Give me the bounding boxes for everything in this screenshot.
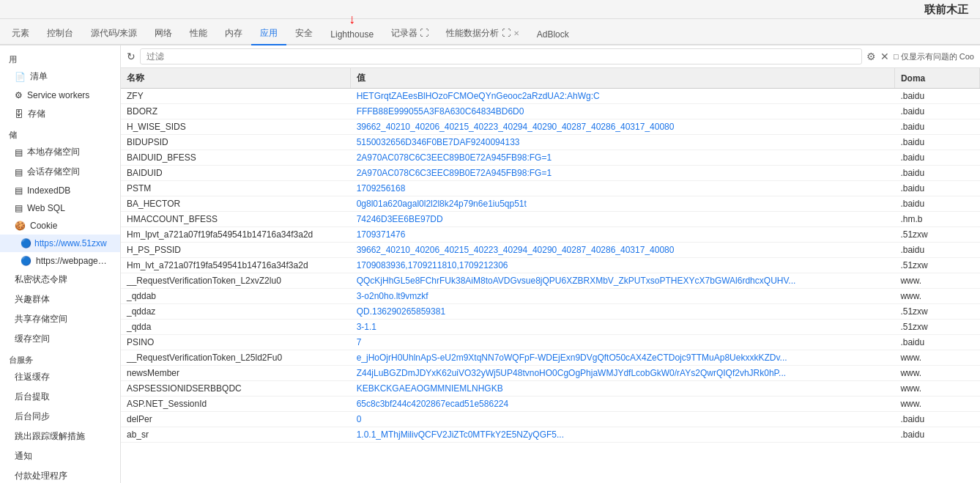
- cookie-domain-cell: .baidu: [894, 181, 979, 196]
- sidebar: 用 📄 清单 ⚙ Service workers 🗄 存储 储 ▤ 本地存储空间…: [0, 45, 121, 483]
- cookie-value-cell: 1709256168: [351, 181, 895, 196]
- filter-clear-icon[interactable]: ✕: [880, 51, 889, 62]
- sidebar-item-local-storage[interactable]: ▤ 本地存储空间: [0, 142, 120, 162]
- cookie-value-cell: Z44jLuBGZDmJDYxK62uiVO32yWj5UP48tvnoHO0C…: [351, 366, 895, 381]
- cookie-name-cell: ab_sr: [121, 427, 351, 443]
- sidebar-item-payment[interactable]: 付款处理程序: [0, 466, 120, 483]
- sidebar-item-notifications[interactable]: 通知: [0, 446, 120, 466]
- cookie-value-cell: 1709371476: [351, 227, 895, 243]
- table-row[interactable]: ASP.NET_SessionId65c8c3bf244c4202867ecad…: [121, 397, 980, 412]
- sidebar-item-cookie-51zxw[interactable]: → 🔵 https://www.51zxw: [0, 235, 120, 252]
- sidebar-item-shared-storage[interactable]: 共享存储空间: [0, 309, 120, 329]
- cookie-name-cell: __RequestVerificationToken_L2xvZ2lu0: [121, 273, 351, 289]
- refresh-icon[interactable]: ↻: [127, 51, 136, 62]
- cookie-domain-cell: .baidu: [894, 150, 979, 166]
- tab-close-icon[interactable]: ✕: [513, 29, 519, 37]
- cookie-name-cell: H_PS_PSSID: [121, 243, 351, 258]
- cookie-domain-cell: .baidu: [894, 104, 979, 119]
- sidebar-item-background-fetch[interactable]: 后台提取: [0, 387, 120, 407]
- sidebar-item-cookie-webpage[interactable]: 🔵 https://webpage.qic: [0, 252, 120, 270]
- sidebar-section-app: 用: [0, 48, 120, 67]
- table-row[interactable]: ZFYHETGrqtZAEesBlHOzoFCMOeQYnGeooc2aRzdU…: [121, 89, 980, 104]
- cookie-name-cell: _qdda: [121, 320, 351, 335]
- table-row[interactable]: H_WISE_SIDS39662_40210_40206_40215_40223…: [121, 119, 980, 135]
- tab-bar: 元素 控制台 源代码/来源 网络 性能 内存 应用 安全 ↓ Lighthous…: [0, 19, 980, 45]
- table-row[interactable]: PSTM1709256168.baidu: [121, 181, 980, 196]
- storage-icon: 🗄: [15, 109, 23, 119]
- sidebar-item-manifest[interactable]: 📄 清单: [0, 67, 120, 86]
- tab-perf-insights[interactable]: 性能数据分析 ⛶ ✕: [437, 23, 527, 45]
- sidebar-item-websql[interactable]: ▤ Web SQL: [0, 199, 120, 217]
- table-row[interactable]: newsMemberZ44jLuBGZDmJDYxK62uiVO32yWj5UP…: [121, 366, 980, 381]
- table-row[interactable]: Hm_lpvt_a721a07f19fa549541b14716a34f3a2d…: [121, 227, 980, 243]
- cookie-name-cell: delPer: [121, 412, 351, 427]
- sidebar-item-bounce-tracking[interactable]: 跳出跟踪缓解措施: [0, 427, 120, 446]
- tab-memory[interactable]: 内存: [216, 23, 251, 45]
- cookie-value-cell: 1.0.1_MThjMilivQCFV2JiZTc0MTFkY2E5NZyQGF…: [351, 427, 895, 443]
- table-row[interactable]: Hm_lvt_a721a07f19fa549541b14716a34f3a2d1…: [121, 258, 980, 273]
- sidebar-item-background-sync[interactable]: 后台同步: [0, 407, 120, 427]
- filter-options-icon[interactable]: ⚙: [866, 51, 876, 62]
- table-row[interactable]: BAIDUID_BFESS2A970AC078C6C3EEC89B0E72A94…: [121, 150, 980, 166]
- cookie-domain-cell: .51zxw: [894, 320, 979, 335]
- cookie-value-cell: KEBKCKGAEAOGMMNIEMLNHGKB: [351, 381, 895, 397]
- sidebar-item-indexeddb[interactable]: ▤ IndexedDB: [0, 182, 120, 199]
- tab-recorder[interactable]: 记录器 ⛶: [382, 23, 437, 45]
- filter-input[interactable]: [140, 48, 862, 64]
- local-storage-icon: ▤: [15, 147, 23, 158]
- main-layout: 用 📄 清单 ⚙ Service workers 🗄 存储 储 ▤ 本地存储空间…: [0, 45, 980, 483]
- filter-options-label: □ 仅显示有问题的 Coo: [894, 51, 974, 62]
- table-row[interactable]: ASPSESSIONIDSERBBQDCKEBKCKGAEAOGMMNIEMLN…: [121, 381, 980, 397]
- tab-security[interactable]: 安全: [286, 23, 322, 45]
- cookie-name-cell: PSINO: [121, 335, 351, 350]
- tab-console[interactable]: 控制台: [38, 23, 82, 45]
- cookie-domain-cell: .baidu: [894, 243, 979, 258]
- sidebar-item-storage[interactable]: 🗄 存储: [0, 104, 120, 124]
- sidebar-item-session-storage[interactable]: ▤ 会话存储空间: [0, 162, 120, 182]
- table-row[interactable]: BA_HECTOR0g8l01a620agal0l2l2l8k24p79n6e1…: [121, 196, 980, 212]
- table-row[interactable]: BIDUPSID5150032656D346F0BE7DAF9240094133…: [121, 135, 980, 150]
- tab-network[interactable]: 网络: [146, 23, 181, 45]
- table-row[interactable]: delPer0.baidu: [121, 412, 980, 427]
- table-row[interactable]: HMACCOUNT_BFESS74246D3EE6BE97DD.hm.b: [121, 212, 980, 227]
- sidebar-item-cookie[interactable]: 🍪 Cookie: [0, 217, 120, 235]
- sidebar-item-back-fwd[interactable]: 往返缓存: [0, 367, 120, 387]
- cookie-name-cell: __RequestVerificationToken_L25ld2Fu0: [121, 350, 351, 366]
- sidebar-section-bg-services: 台服务: [0, 349, 120, 367]
- sidebar-item-cache-storage[interactable]: 缓存空间: [0, 329, 120, 349]
- tab-performance[interactable]: 性能: [181, 23, 216, 45]
- table-row[interactable]: _qddazQD.136290265859381.51zxw: [121, 304, 980, 320]
- table-row[interactable]: PSINO7.baidu: [121, 335, 980, 350]
- sidebar-section-storage: 储: [0, 124, 120, 142]
- tab-elements[interactable]: 元素: [3, 23, 38, 45]
- col-header-name: 名称: [121, 68, 351, 89]
- table-row[interactable]: BAIDUID2A970AC078C6C3EEC89B0E72A945FB98:…: [121, 166, 980, 181]
- table-row[interactable]: __RequestVerificationToken_L2xvZ2lu0QQcK…: [121, 273, 980, 289]
- cookie-domain-cell: www.: [894, 273, 979, 289]
- tab-adblock[interactable]: AdBlock: [528, 25, 578, 45]
- cookie-domain-cell: www.: [894, 289, 979, 304]
- table-row[interactable]: __RequestVerificationToken_L25ld2Fu0e_jH…: [121, 350, 980, 366]
- sidebar-item-service-workers[interactable]: ⚙ Service workers: [0, 86, 120, 104]
- table-row[interactable]: H_PS_PSSID39662_40210_40206_40215_40223_…: [121, 243, 980, 258]
- sidebar-item-interest-groups[interactable]: 兴趣群体: [0, 290, 120, 309]
- sidebar-item-private-state[interactable]: 私密状态令牌: [0, 270, 120, 290]
- cookie-domain-cell: www.: [894, 397, 979, 412]
- table-row[interactable]: BDORZFFFB88E999055A3F8A630C64834BD6D0.ba…: [121, 104, 980, 119]
- tab-lighthouse[interactable]: ↓ Lighthouse: [322, 25, 382, 45]
- table-row[interactable]: _qdda3-1.1.51zxw: [121, 320, 980, 335]
- cookie-domain-cell: .baidu: [894, 166, 979, 181]
- cookie-name-cell: _qddaz: [121, 304, 351, 320]
- cookie-name-cell: PSTM: [121, 181, 351, 196]
- cookie-domain-cell: .51zxw: [894, 258, 979, 273]
- tab-application[interactable]: 应用: [251, 23, 286, 45]
- cookie-value-cell: 0g8l01a620agal0l2l2l8k24p79n6e1iu5qp51t: [351, 196, 895, 212]
- table-row[interactable]: ab_sr1.0.1_MThjMilivQCFV2JiZTc0MTFkY2E5N…: [121, 427, 980, 443]
- cookie-table: 名称 值 Doma ZFYHETGrqtZAEesBlHOzoFCMOeQYnG…: [121, 68, 980, 483]
- cookie-value-cell: 39662_40210_40206_40215_40223_40294_4029…: [351, 243, 895, 258]
- cookie-domain-cell: .baidu: [894, 135, 979, 150]
- cookie-name-cell: HMACCOUNT_BFESS: [121, 212, 351, 227]
- service-workers-icon: ⚙: [15, 90, 23, 100]
- table-row[interactable]: _qddab3-o2n0ho.lt9vmzkfwww.: [121, 289, 980, 304]
- tab-source[interactable]: 源代码/来源: [82, 23, 146, 45]
